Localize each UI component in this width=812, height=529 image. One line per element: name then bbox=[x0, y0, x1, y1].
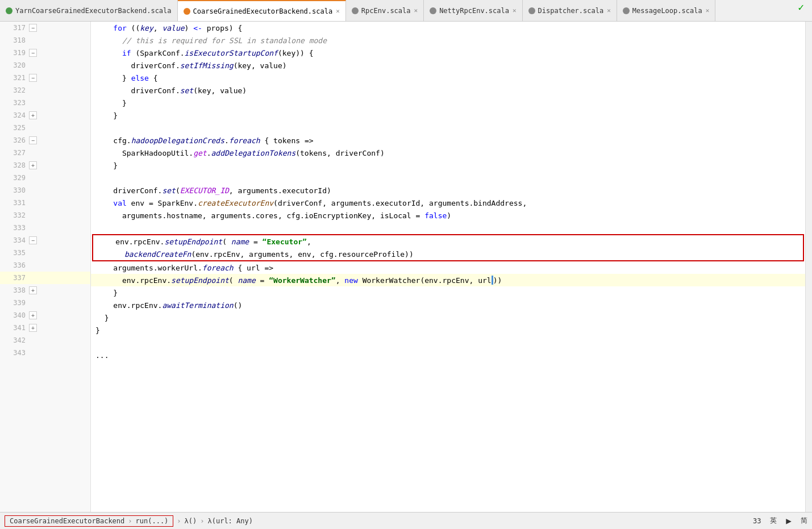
code-line-334: env.rpcEnv.setupEndpoint( name = “Execut… bbox=[93, 235, 803, 248]
tab-coarse[interactable]: CoarseGrainedExecutorBackend.scala ✕ bbox=[178, 0, 346, 21]
line-num-339: 339 bbox=[0, 299, 26, 307]
line-num-319: 319 bbox=[0, 49, 26, 57]
fold-icon-326[interactable]: − bbox=[28, 135, 38, 145]
code-line-325 bbox=[91, 122, 805, 134]
tab-coarse-close[interactable]: ✕ bbox=[336, 7, 340, 15]
breadcrumb-sep1: › bbox=[128, 517, 132, 525]
line-num-322: 322 bbox=[0, 86, 26, 94]
breadcrumb-sep3: › bbox=[200, 517, 204, 525]
line-num-333: 333 bbox=[0, 224, 26, 232]
no-icon-336 bbox=[28, 260, 38, 270]
gutter-row-324: 324 + bbox=[0, 109, 90, 122]
line-num-337: 337 bbox=[0, 274, 26, 282]
code-line-319: if (SparkConf.isExecutorStartupConf(key)… bbox=[91, 47, 805, 59]
gutter-row-340: 340 + bbox=[0, 309, 90, 322]
fold-icon-321[interactable]: − bbox=[28, 73, 38, 83]
code-line-342 bbox=[91, 336, 805, 349]
lambda2: λ(url: Any) bbox=[207, 517, 252, 525]
gutter-row-343: 343 bbox=[0, 347, 90, 359]
code-line-336: arguments.workerUrl.foreach { url => bbox=[91, 261, 805, 274]
line-num-329: 329 bbox=[0, 174, 26, 182]
fold-icon-324[interactable]: + bbox=[28, 110, 38, 120]
tab-yarn-label: YarnCoarseGrainedExecutorBackend.scala bbox=[15, 7, 172, 15]
line-num-328: 328 bbox=[0, 161, 26, 169]
line-num-318: 318 bbox=[0, 36, 26, 44]
line-number-status: 33 bbox=[753, 517, 761, 525]
editor-area: 317 − 318 319 − 320 321 − bbox=[0, 22, 812, 512]
code-line-322: driverConf.set(key, value) bbox=[91, 84, 805, 97]
code-line-323: } bbox=[91, 97, 805, 109]
fold-icon-317[interactable]: − bbox=[28, 23, 38, 33]
code-line-321: } else { bbox=[91, 72, 805, 84]
line-num-332: 332 bbox=[0, 211, 26, 219]
tab-dispatcher-close[interactable]: ✕ bbox=[607, 7, 611, 14]
code-line-335: backendCreateFn(env.rpcEnv, arguments, e… bbox=[93, 248, 803, 260]
line-num-330: 330 bbox=[0, 186, 26, 194]
fold-icon-334[interactable]: − bbox=[28, 235, 38, 245]
gutter-row-342: 342 bbox=[0, 334, 90, 347]
no-icon-339 bbox=[28, 298, 38, 308]
no-icon-322 bbox=[28, 85, 38, 95]
tab-netty-label: NettyRpcEnv.scala bbox=[439, 7, 509, 15]
gutter-row-332: 332 bbox=[0, 209, 90, 222]
line-num-325: 325 bbox=[0, 124, 26, 132]
ide-window: YarnCoarseGrainedExecutorBackend.scala C… bbox=[0, 0, 812, 529]
gutter-row-329: 329 bbox=[0, 172, 90, 184]
gutter-row-333: 333 bbox=[0, 222, 90, 234]
code-line-338: } bbox=[91, 286, 805, 299]
tab-bar: YarnCoarseGrainedExecutorBackend.scala C… bbox=[0, 0, 812, 22]
code-line-340: } bbox=[91, 311, 805, 324]
fold-icon-341[interactable]: + bbox=[28, 323, 38, 333]
no-icon-331 bbox=[28, 198, 38, 208]
line-num-342: 342 bbox=[0, 336, 26, 344]
tab-netty[interactable]: NettyRpcEnv.scala ✕ bbox=[424, 0, 522, 21]
no-icon-323 bbox=[28, 98, 38, 108]
check-mark: ✓ bbox=[798, 1, 804, 13]
code-line-330: driverConf.set(EXECUTOR_ID, arguments.ex… bbox=[91, 184, 805, 197]
line-num-343: 343 bbox=[0, 349, 26, 357]
line-num-338: 338 bbox=[0, 286, 26, 294]
tab-dispatcher[interactable]: Dispatcher.scala ✕ bbox=[523, 0, 617, 21]
gutter-row-337: 337 bbox=[0, 272, 90, 284]
tab-messageloop-close[interactable]: ✕ bbox=[706, 7, 710, 14]
tab-yarn[interactable]: YarnCoarseGrainedExecutorBackend.scala bbox=[0, 0, 178, 21]
red-box-highlight: env.rpcEnv.setupEndpoint( name = “Execut… bbox=[92, 234, 804, 261]
line-num-327: 327 bbox=[0, 149, 26, 157]
gutter-row-325: 325 bbox=[0, 122, 90, 134]
no-icon-329 bbox=[28, 173, 38, 183]
code-line-341: } bbox=[91, 324, 805, 336]
gutter-row-327: 327 bbox=[0, 147, 90, 159]
tab-messageloop[interactable]: MessageLoop.scala ✕ bbox=[617, 0, 715, 21]
gutter-row-330: 330 bbox=[0, 184, 90, 197]
line-num-321: 321 bbox=[0, 74, 26, 82]
tab-rpcenv-label: RpcEnv.scala bbox=[361, 7, 411, 15]
lambda1: λ() bbox=[185, 517, 197, 525]
vertical-scrollbar[interactable] bbox=[805, 22, 812, 512]
fold-icon-319[interactable]: − bbox=[28, 48, 38, 58]
code-line-337: env.rpcEnv.setupEndpoint( name = “Worker… bbox=[91, 274, 805, 286]
code-line-339: env.rpcEnv.awaitTermination() bbox=[91, 299, 805, 311]
fold-icon-328[interactable]: + bbox=[28, 160, 38, 170]
gutter-row-335: 335 bbox=[0, 247, 90, 259]
no-icon-343 bbox=[28, 348, 38, 358]
tab-netty-close[interactable]: ✕ bbox=[513, 7, 517, 14]
gutter-row-322: 322 bbox=[0, 84, 90, 97]
gutter-row-338: 338 + bbox=[0, 284, 90, 297]
code-line-320: driverConf.setIfMissing(key, value) bbox=[91, 59, 805, 72]
no-icon-333 bbox=[28, 223, 38, 233]
line-num-320: 320 bbox=[0, 61, 26, 69]
gutter-row-319: 319 − bbox=[0, 47, 90, 59]
code-line-329 bbox=[91, 172, 805, 184]
line-num-331: 331 bbox=[0, 199, 26, 207]
gutter-row-331: 331 bbox=[0, 197, 90, 209]
encoding-indicator: 简 bbox=[801, 516, 807, 526]
tab-dispatcher-label: Dispatcher.scala bbox=[538, 7, 604, 15]
fold-icon-340[interactable]: + bbox=[28, 310, 38, 320]
fold-icon-338[interactable]: + bbox=[28, 285, 38, 295]
tab-rpcenv[interactable]: RpcEnv.scala ✕ bbox=[346, 0, 424, 21]
line-gutter: 317 − 318 319 − 320 321 − bbox=[0, 22, 91, 512]
code-editor[interactable]: for ((key, value) <- props) { // this is… bbox=[91, 22, 805, 512]
gutter-row-326: 326 − bbox=[0, 134, 90, 147]
tab-rpcenv-close[interactable]: ✕ bbox=[414, 7, 418, 14]
no-icon-325 bbox=[28, 123, 38, 133]
